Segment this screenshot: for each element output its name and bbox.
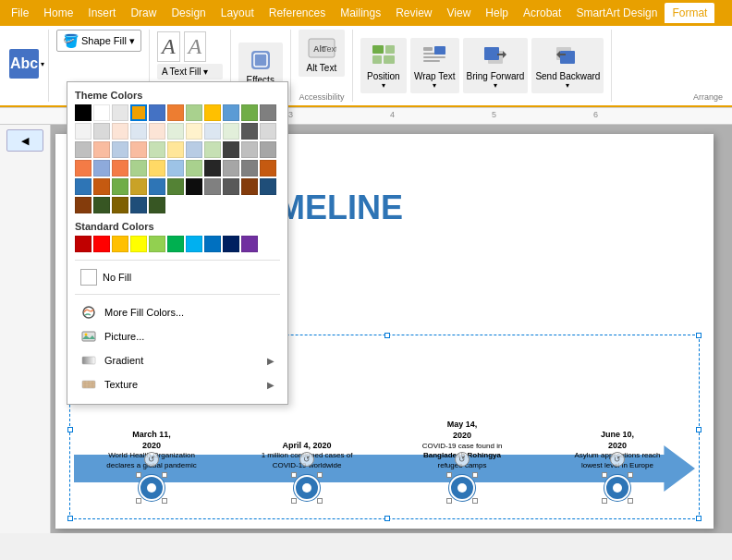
- theme-color-2-0[interactable]: [241, 123, 258, 140]
- node-handle-3-tl[interactable]: [446, 472, 452, 478]
- no-fill-option[interactable]: No Fill: [75, 266, 280, 288]
- standard-color-8[interactable]: [223, 236, 239, 252]
- theme-color-3-7[interactable]: [149, 160, 165, 177]
- theme-color-5-4[interactable]: [260, 178, 276, 195]
- theme-color-0-5[interactable]: [167, 104, 184, 121]
- menu-view[interactable]: View: [440, 3, 479, 23]
- position-btn[interactable]: Position ▾: [360, 38, 407, 93]
- node-handle-1-tl[interactable]: [136, 472, 141, 478]
- handle-ml[interactable]: [67, 427, 73, 432]
- theme-color-1-7[interactable]: [186, 123, 202, 140]
- theme-color-1-0[interactable]: [260, 104, 276, 121]
- theme-color-5-3[interactable]: [241, 178, 258, 195]
- theme-color-3-3[interactable]: [75, 160, 92, 177]
- theme-color-0-7[interactable]: [204, 104, 221, 121]
- handle-mr[interactable]: [696, 427, 702, 432]
- theme-color-5-0[interactable]: [186, 178, 202, 195]
- theme-color-5-2[interactable]: [223, 178, 239, 195]
- menu-layout[interactable]: Layout: [214, 3, 262, 23]
- wrap-text-btn[interactable]: Wrap Text ▾: [410, 38, 459, 93]
- theme-color-5-6[interactable]: [93, 197, 110, 213]
- standard-color-5[interactable]: [167, 236, 184, 252]
- theme-color-3-2[interactable]: [260, 141, 276, 158]
- theme-color-1-2[interactable]: [93, 123, 110, 140]
- alt-text-btn[interactable]: Alt Text Alt Text: [299, 30, 345, 77]
- standard-color-6[interactable]: [186, 236, 202, 252]
- theme-color-4-9[interactable]: [167, 178, 184, 195]
- standard-color-7[interactable]: [204, 236, 221, 252]
- send-backward-btn[interactable]: Send Backward ▾: [531, 38, 604, 93]
- theme-color-1-3[interactable]: [112, 123, 128, 140]
- theme-color-0-1[interactable]: [93, 104, 110, 121]
- node-handle-4-tl[interactable]: [602, 472, 607, 478]
- theme-color-2-8[interactable]: [186, 141, 202, 158]
- node-handle-4-bl[interactable]: [602, 498, 607, 504]
- menu-acrobat[interactable]: Acrobat: [516, 3, 568, 23]
- rotate-handle-1[interactable]: ↺: [144, 452, 159, 467]
- handle-bl[interactable]: [67, 516, 73, 521]
- theme-color-3-4[interactable]: [93, 160, 110, 177]
- bring-forward-btn[interactable]: Bring Forward ▾: [463, 38, 529, 93]
- standard-color-9[interactable]: [241, 236, 258, 252]
- node-handle-3-br[interactable]: [472, 498, 478, 504]
- theme-color-4-8[interactable]: [149, 178, 165, 195]
- theme-color-5-5[interactable]: [75, 197, 92, 213]
- theme-color-1-4[interactable]: [130, 123, 147, 140]
- theme-color-4-4[interactable]: [75, 178, 92, 195]
- theme-color-2-3[interactable]: [93, 141, 110, 158]
- theme-color-3-8[interactable]: [167, 160, 184, 177]
- theme-color-4-7[interactable]: [130, 178, 147, 195]
- theme-color-1-9[interactable]: [223, 123, 239, 140]
- node-handle-2-br[interactable]: [317, 498, 323, 504]
- node-handle-2-tl[interactable]: [291, 472, 297, 478]
- theme-color-3-9[interactable]: [186, 160, 202, 177]
- menu-design[interactable]: Design: [164, 3, 213, 23]
- theme-color-4-6[interactable]: [112, 178, 128, 195]
- gradient-option[interactable]: Gradient ▶: [75, 348, 280, 372]
- node-handle-1-br[interactable]: [162, 498, 167, 504]
- theme-color-5-9[interactable]: [149, 197, 165, 213]
- theme-color-5-7[interactable]: [112, 197, 128, 213]
- menu-home[interactable]: Home: [36, 3, 80, 23]
- theme-color-0-8[interactable]: [223, 104, 239, 121]
- theme-color-2-4[interactable]: [112, 141, 128, 158]
- rotate-handle-4[interactable]: ↺: [610, 452, 625, 467]
- shape-fill-button[interactable]: 🪣 Shape Fill ▾: [56, 30, 141, 52]
- theme-color-0-9[interactable]: [241, 104, 258, 121]
- theme-color-0-2[interactable]: [112, 104, 128, 121]
- abc-dropdown[interactable]: ▾: [41, 60, 44, 68]
- texture-option[interactable]: Texture ▶: [75, 372, 280, 396]
- abc-button[interactable]: Abc: [9, 49, 39, 79]
- menu-format[interactable]: Format: [665, 3, 714, 23]
- theme-color-0-4[interactable]: [149, 104, 165, 121]
- standard-color-3[interactable]: [130, 236, 147, 252]
- theme-color-2-1[interactable]: [260, 123, 276, 140]
- theme-color-4-1[interactable]: [223, 160, 239, 177]
- more-fill-colors-option[interactable]: More Fill Colors...: [75, 300, 280, 324]
- handle-br[interactable]: [696, 516, 702, 521]
- menu-file[interactable]: File: [4, 3, 36, 23]
- theme-color-1-1[interactable]: [75, 123, 92, 140]
- theme-color-2-9[interactable]: [204, 141, 221, 158]
- node-handle-1-bl[interactable]: [136, 498, 141, 504]
- rotate-handle-3[interactable]: ↺: [455, 452, 470, 467]
- theme-color-1-8[interactable]: [204, 123, 221, 140]
- picture-option[interactable]: Picture...: [75, 324, 280, 348]
- theme-color-0-3[interactable]: [130, 104, 147, 121]
- node-handle-4-br[interactable]: [628, 498, 633, 504]
- theme-color-5-8[interactable]: [130, 197, 147, 213]
- menu-mailings[interactable]: Mailings: [333, 3, 388, 23]
- theme-color-4-0[interactable]: [204, 160, 221, 177]
- node-handle-3-tr[interactable]: [472, 472, 478, 478]
- theme-color-5-1[interactable]: [204, 178, 221, 195]
- theme-color-2-7[interactable]: [167, 141, 184, 158]
- standard-color-2[interactable]: [112, 236, 128, 252]
- menu-insert[interactable]: Insert: [80, 3, 123, 23]
- handle-tr[interactable]: [696, 333, 702, 338]
- theme-color-2-6[interactable]: [149, 141, 165, 158]
- theme-color-3-6[interactable]: [130, 160, 147, 177]
- wordart-a-outlined[interactable]: A: [157, 31, 180, 62]
- theme-color-1-5[interactable]: [149, 123, 165, 140]
- standard-color-1[interactable]: [93, 236, 110, 252]
- theme-color-3-1[interactable]: [241, 141, 258, 158]
